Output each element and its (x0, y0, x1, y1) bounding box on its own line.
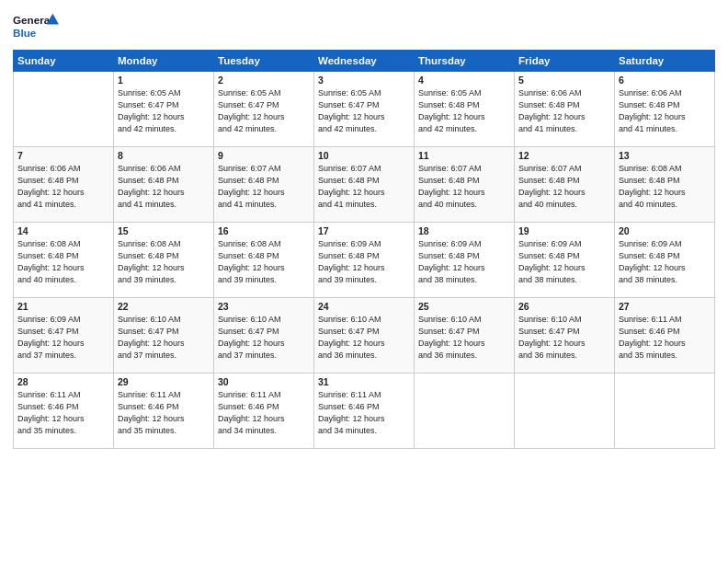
day-number: 2 (218, 75, 310, 86)
day-number: 9 (218, 150, 310, 161)
day-number: 18 (418, 225, 510, 236)
day-number: 27 (619, 301, 711, 312)
day-number: 4 (418, 75, 510, 86)
day-info: Sunrise: 6:08 AMSunset: 6:48 PMDaylight:… (118, 238, 210, 286)
day-cell: 14 Sunrise: 6:08 AMSunset: 6:48 PMDaylig… (14, 223, 114, 298)
day-cell: 4 Sunrise: 6:05 AMSunset: 6:48 PMDayligh… (415, 72, 515, 147)
day-cell: 11 Sunrise: 6:07 AMSunset: 6:48 PMDaylig… (415, 147, 515, 223)
day-info: Sunrise: 6:07 AMSunset: 6:48 PMDaylight:… (418, 163, 510, 211)
day-info: Sunrise: 6:06 AMSunset: 6:48 PMDaylight:… (518, 87, 610, 135)
day-info: Sunrise: 6:07 AMSunset: 6:48 PMDaylight:… (318, 163, 410, 211)
day-info: Sunrise: 6:09 AMSunset: 6:48 PMDaylight:… (518, 238, 610, 286)
day-cell (515, 373, 615, 449)
day-cell: 17 Sunrise: 6:09 AMSunset: 6:48 PMDaylig… (314, 223, 415, 298)
day-number: 22 (118, 301, 210, 312)
day-number: 7 (17, 150, 109, 161)
day-cell: 22 Sunrise: 6:10 AMSunset: 6:47 PMDaylig… (114, 298, 214, 373)
day-info: Sunrise: 6:09 AMSunset: 6:47 PMDaylight:… (17, 314, 109, 362)
day-number: 12 (518, 150, 610, 161)
day-cell: 15 Sunrise: 6:08 AMSunset: 6:48 PMDaylig… (114, 223, 214, 298)
day-cell: 8 Sunrise: 6:06 AMSunset: 6:48 PMDayligh… (114, 147, 214, 223)
day-header-friday: Friday (515, 51, 615, 72)
day-cell: 31 Sunrise: 6:11 AMSunset: 6:46 PMDaylig… (314, 373, 415, 449)
day-cell: 6 Sunrise: 6:06 AMSunset: 6:48 PMDayligh… (615, 72, 715, 147)
day-info: Sunrise: 6:09 AMSunset: 6:48 PMDaylight:… (418, 238, 510, 286)
svg-text:General: General (13, 15, 52, 27)
day-header-thursday: Thursday (415, 51, 515, 72)
day-cell (14, 72, 114, 147)
day-info: Sunrise: 6:07 AMSunset: 6:48 PMDaylight:… (218, 163, 310, 211)
day-info: Sunrise: 6:11 AMSunset: 6:46 PMDaylight:… (118, 389, 210, 437)
day-cell: 9 Sunrise: 6:07 AMSunset: 6:48 PMDayligh… (214, 147, 314, 223)
svg-text:Blue: Blue (13, 27, 37, 39)
day-number: 23 (218, 301, 310, 312)
week-row-3: 14 Sunrise: 6:08 AMSunset: 6:48 PMDaylig… (14, 223, 715, 298)
day-info: Sunrise: 6:10 AMSunset: 6:47 PMDaylight:… (318, 314, 410, 362)
day-cell: 2 Sunrise: 6:05 AMSunset: 6:47 PMDayligh… (214, 72, 314, 147)
week-row-4: 21 Sunrise: 6:09 AMSunset: 6:47 PMDaylig… (14, 298, 715, 373)
day-info: Sunrise: 6:08 AMSunset: 6:48 PMDaylight:… (17, 238, 109, 286)
day-cell: 26 Sunrise: 6:10 AMSunset: 6:47 PMDaylig… (515, 298, 615, 373)
calendar-container: General Blue SundayMondayTuesdayWednesda… (0, 0, 728, 563)
day-number: 29 (118, 376, 210, 387)
day-number: 3 (318, 75, 410, 86)
day-number: 28 (17, 376, 109, 387)
day-info: Sunrise: 6:09 AMSunset: 6:48 PMDaylight:… (619, 238, 711, 286)
day-info: Sunrise: 6:05 AMSunset: 6:47 PMDaylight:… (318, 87, 410, 135)
day-number: 6 (619, 75, 711, 86)
calendar-table: SundayMondayTuesdayWednesdayThursdayFrid… (13, 50, 715, 449)
day-header-sunday: Sunday (14, 51, 114, 72)
day-cell: 10 Sunrise: 6:07 AMSunset: 6:48 PMDaylig… (314, 147, 415, 223)
day-number: 16 (218, 225, 310, 236)
day-cell: 25 Sunrise: 6:10 AMSunset: 6:47 PMDaylig… (415, 298, 515, 373)
day-header-monday: Monday (114, 51, 214, 72)
day-number: 14 (17, 225, 109, 236)
day-cell (415, 373, 515, 449)
day-cell: 28 Sunrise: 6:11 AMSunset: 6:46 PMDaylig… (14, 373, 114, 449)
week-row-5: 28 Sunrise: 6:11 AMSunset: 6:46 PMDaylig… (14, 373, 715, 449)
day-number: 20 (619, 225, 711, 236)
day-info: Sunrise: 6:11 AMSunset: 6:46 PMDaylight:… (318, 389, 410, 437)
day-number: 26 (518, 301, 610, 312)
day-info: Sunrise: 6:06 AMSunset: 6:48 PMDaylight:… (118, 163, 210, 211)
day-number: 17 (318, 225, 410, 236)
day-cell: 13 Sunrise: 6:08 AMSunset: 6:48 PMDaylig… (615, 147, 715, 223)
day-info: Sunrise: 6:08 AMSunset: 6:48 PMDaylight:… (619, 163, 711, 211)
day-cell: 12 Sunrise: 6:07 AMSunset: 6:48 PMDaylig… (515, 147, 615, 223)
day-header-wednesday: Wednesday (314, 51, 415, 72)
week-row-1: 1 Sunrise: 6:05 AMSunset: 6:47 PMDayligh… (14, 72, 715, 147)
day-number: 24 (318, 301, 410, 312)
day-info: Sunrise: 6:11 AMSunset: 6:46 PMDaylight:… (619, 314, 711, 362)
day-info: Sunrise: 6:10 AMSunset: 6:47 PMDaylight:… (118, 314, 210, 362)
day-cell: 1 Sunrise: 6:05 AMSunset: 6:47 PMDayligh… (114, 72, 214, 147)
day-info: Sunrise: 6:06 AMSunset: 6:48 PMDaylight:… (619, 87, 711, 135)
day-cell: 21 Sunrise: 6:09 AMSunset: 6:47 PMDaylig… (14, 298, 114, 373)
day-info: Sunrise: 6:10 AMSunset: 6:47 PMDaylight:… (218, 314, 310, 362)
day-cell: 16 Sunrise: 6:08 AMSunset: 6:48 PMDaylig… (214, 223, 314, 298)
day-info: Sunrise: 6:07 AMSunset: 6:48 PMDaylight:… (518, 163, 610, 211)
day-number: 13 (619, 150, 711, 161)
day-number: 8 (118, 150, 210, 161)
week-row-2: 7 Sunrise: 6:06 AMSunset: 6:48 PMDayligh… (14, 147, 715, 223)
day-number: 5 (518, 75, 610, 86)
day-info: Sunrise: 6:06 AMSunset: 6:48 PMDaylight:… (17, 163, 109, 211)
header: General Blue (13, 9, 715, 44)
header-row: SundayMondayTuesdayWednesdayThursdayFrid… (14, 51, 715, 72)
day-info: Sunrise: 6:11 AMSunset: 6:46 PMDaylight:… (17, 389, 109, 437)
day-number: 30 (218, 376, 310, 387)
day-info: Sunrise: 6:10 AMSunset: 6:47 PMDaylight:… (418, 314, 510, 362)
day-info: Sunrise: 6:05 AMSunset: 6:47 PMDaylight:… (218, 87, 310, 135)
day-number: 25 (418, 301, 510, 312)
day-cell: 24 Sunrise: 6:10 AMSunset: 6:47 PMDaylig… (314, 298, 415, 373)
day-number: 31 (318, 376, 410, 387)
day-number: 11 (418, 150, 510, 161)
day-number: 15 (118, 225, 210, 236)
day-cell: 30 Sunrise: 6:11 AMSunset: 6:46 PMDaylig… (214, 373, 314, 449)
day-info: Sunrise: 6:05 AMSunset: 6:48 PMDaylight:… (418, 87, 510, 135)
day-cell: 5 Sunrise: 6:06 AMSunset: 6:48 PMDayligh… (515, 72, 615, 147)
day-number: 19 (518, 225, 610, 236)
logo: General Blue (13, 9, 59, 44)
day-header-saturday: Saturday (615, 51, 715, 72)
day-info: Sunrise: 6:05 AMSunset: 6:47 PMDaylight:… (118, 87, 210, 135)
day-cell: 7 Sunrise: 6:06 AMSunset: 6:48 PMDayligh… (14, 147, 114, 223)
